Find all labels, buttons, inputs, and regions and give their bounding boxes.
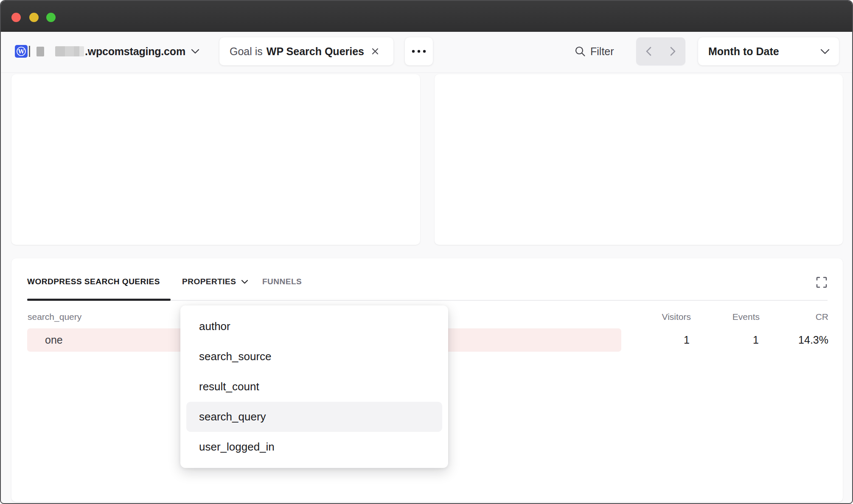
row-events-value: 1 [753, 328, 759, 352]
minimize-window-button[interactable] [29, 13, 39, 22]
active-tab-underline [27, 299, 171, 301]
row-label: one [45, 334, 63, 346]
tab-funnels[interactable]: FUNNELS [262, 277, 302, 286]
fullscreen-icon [816, 277, 827, 288]
app-window: W .wpcomstaging.com Goal is WP Search Qu… [0, 0, 853, 504]
properties-dropdown-menu: author search_source result_count search… [180, 305, 448, 468]
redacted-site-name-fragment [29, 46, 30, 57]
chevron-down-icon [191, 49, 199, 54]
site-selector[interactable]: W .wpcomstaging.com [15, 37, 199, 65]
next-period-button[interactable] [661, 37, 685, 65]
filter-button[interactable]: Filter [575, 37, 614, 65]
column-header-cr: CR [816, 312, 828, 322]
chevron-down-icon [820, 49, 830, 54]
zoom-window-button[interactable] [46, 13, 56, 22]
column-header-visitors: Visitors [662, 312, 691, 322]
dropdown-item-search-source[interactable]: search_source [186, 342, 442, 372]
dropdown-item-author[interactable]: author [186, 311, 442, 342]
dropdown-item-user-logged-in[interactable]: user_logged_in [186, 432, 442, 462]
svg-text:W: W [18, 48, 25, 55]
tab-label: WORDPRESS SEARCH QUERIES [27, 277, 160, 286]
tab-properties[interactable]: PROPERTIES [182, 277, 248, 286]
ellipsis-icon [410, 49, 428, 53]
more-options-button[interactable] [405, 37, 433, 65]
right-chart-card [435, 74, 843, 245]
previous-period-button[interactable] [636, 37, 661, 65]
search-icon [575, 46, 586, 57]
dropdown-item-result-count[interactable]: result_count [186, 372, 442, 402]
dropdown-item-search-query[interactable]: search_query [186, 402, 442, 432]
row-cr-value: 14.3% [798, 328, 828, 352]
column-header-events: Events [732, 312, 760, 322]
tab-label: FUNNELS [262, 277, 302, 286]
remove-filter-icon[interactable] [371, 47, 379, 56]
date-range-select[interactable]: Month to Date [698, 37, 839, 65]
filter-chip-prefix: Goal is [230, 45, 263, 58]
site-domain: .wpcomstaging.com [85, 45, 185, 58]
close-window-button[interactable] [11, 13, 21, 22]
top-toolbar: W .wpcomstaging.com Goal is WP Search Qu… [1, 32, 852, 73]
breakdown-card: WORDPRESS SEARCH QUERIES PROPERTIES FUNN… [11, 258, 843, 502]
filter-button-label: Filter [590, 45, 614, 58]
row-visitors-value: 1 [684, 328, 690, 352]
filter-chip-value: WP Search Queries [267, 45, 364, 58]
tab-label: PROPERTIES [182, 277, 236, 286]
redacted-site-icon [36, 47, 44, 56]
redacted-site-name [55, 46, 84, 56]
chevron-down-icon [241, 280, 248, 284]
date-period-nav [636, 37, 685, 65]
expand-report-button[interactable] [815, 275, 828, 289]
left-chart-card [11, 74, 420, 245]
column-header-key: search_query [28, 312, 81, 322]
wordpress-logo-icon: W [15, 45, 28, 58]
date-range-label: Month to Date [708, 45, 779, 58]
tab-wordpress-search-queries[interactable]: WORDPRESS SEARCH QUERIES [27, 277, 160, 286]
window-titlebar [1, 1, 852, 32]
goal-filter-chip[interactable]: Goal is WP Search Queries [219, 37, 393, 65]
